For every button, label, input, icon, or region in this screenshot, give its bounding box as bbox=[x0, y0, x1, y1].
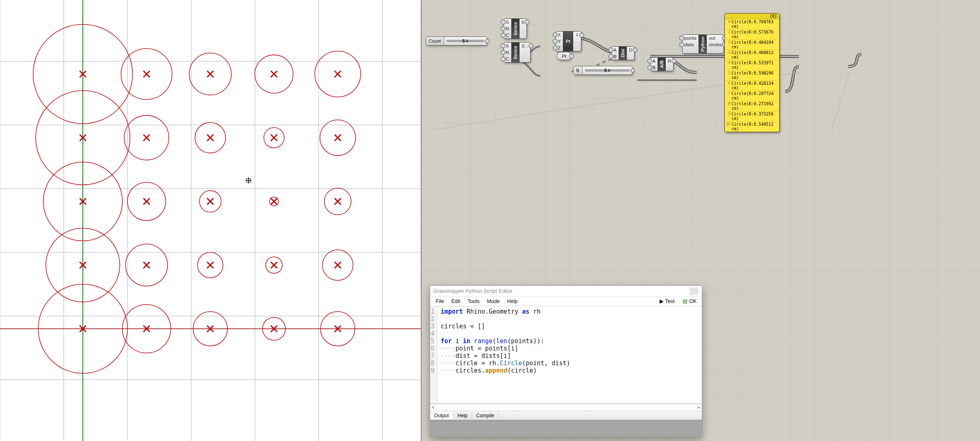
panel-row: 4Circle(R:0.533971 cm) bbox=[725, 60, 779, 70]
panel-row: 5Circle(R:0.598296 cm) bbox=[725, 70, 779, 81]
input-port-B[interactable]: B bbox=[651, 64, 658, 71]
menu-mode[interactable]: Mode bbox=[483, 298, 503, 305]
component-series-1[interactable]: SNCSeriesS bbox=[504, 18, 527, 39]
editor-bottom-tabs: OutputHelpCompile bbox=[430, 411, 702, 420]
param-point-attractor[interactable]: Pt bbox=[557, 52, 572, 60]
panel-header: {0} bbox=[725, 14, 779, 19]
slider-b[interactable]: B 5 ◊ bbox=[573, 66, 633, 75]
code-line[interactable]: for i in range(len(points)): bbox=[441, 337, 699, 345]
input-port-B[interactable]: B bbox=[612, 53, 619, 60]
code-line[interactable]: import Rhino.Geometry as rh bbox=[441, 308, 699, 315]
component-core: Dist bbox=[619, 47, 627, 60]
output-port-R[interactable]: R bbox=[666, 58, 673, 64]
panel-row: 1Circle(R:0.573676 cm) bbox=[725, 29, 779, 40]
bottom-tab-help[interactable]: Help bbox=[454, 412, 472, 419]
output-panel[interactable]: {0}0Circle(R:0.709763 cm)1Circle(R:0.573… bbox=[724, 13, 780, 132]
menu-file[interactable]: File bbox=[433, 298, 447, 305]
output-port-out[interactable]: out bbox=[707, 35, 724, 41]
input-port-A[interactable]: A bbox=[612, 47, 619, 53]
component-series-2[interactable]: SNCSeriesS ⬚ bbox=[504, 42, 531, 63]
input-port-N[interactable]: N bbox=[504, 49, 511, 56]
code-line[interactable]: ····point = points[i] bbox=[441, 345, 699, 352]
editor-menubar: FileEditToolsModeHelp ▶ Test ▨ OK bbox=[430, 296, 702, 306]
component-python[interactable]: pointsdistsPythonoutcircles bbox=[682, 34, 724, 54]
input-port-dists[interactable]: dists bbox=[683, 41, 699, 48]
python-editor-window[interactable]: Grasshopper Python Script Editor FileEdi… bbox=[430, 285, 702, 437]
panel-row: 3Circle(R:0.468812 cm) bbox=[725, 50, 779, 60]
panel-row: 9Circle(R:0.373256 cm) bbox=[725, 111, 779, 122]
panel-row: 6Circle(R:0.428134 cm) bbox=[725, 81, 779, 91]
bottom-tab-output[interactable]: Output bbox=[430, 412, 454, 419]
editor-output-pane bbox=[430, 420, 702, 436]
editor-titlebar[interactable]: Grasshopper Python Script Editor bbox=[430, 286, 702, 296]
output-port-result[interactable]: ⇩ bbox=[573, 32, 581, 38]
play-icon: ▶ bbox=[660, 298, 664, 304]
slider-count-label: Count bbox=[426, 37, 444, 45]
input-port-C[interactable]: C bbox=[504, 56, 511, 62]
code-line[interactable]: ····dist = dists[i] bbox=[441, 352, 699, 360]
component-core: Python bbox=[699, 35, 707, 53]
check-icon: ▨ bbox=[683, 298, 687, 304]
viewport-svg bbox=[0, 0, 421, 441]
component-division[interactable]: ABA/BR bbox=[650, 57, 674, 71]
editor-h-scrollbar[interactable]: <> bbox=[430, 404, 702, 411]
code-editor[interactable]: 123456789 import Rhino.Geometry as rh ci… bbox=[430, 306, 702, 404]
close-icon[interactable] bbox=[690, 287, 699, 295]
slider-b-label: B bbox=[574, 66, 583, 75]
output-port-D[interactable]: D bbox=[627, 47, 634, 53]
bottom-tab-compile[interactable]: Compile bbox=[472, 412, 499, 419]
component-core: Pt bbox=[563, 32, 573, 51]
panel-row: 2Circle(R:0.484194 cm) bbox=[725, 40, 779, 50]
menu-edit[interactable]: Edit bbox=[448, 298, 464, 305]
test-button[interactable]: ▶ Test bbox=[657, 297, 677, 305]
slider-grip-icon[interactable] bbox=[485, 39, 490, 43]
menu-help[interactable]: Help bbox=[504, 298, 521, 305]
output-port-circles[interactable]: circles bbox=[707, 41, 724, 48]
slider-grip-icon[interactable] bbox=[631, 68, 635, 73]
code-line[interactable]: circles = [] bbox=[441, 323, 699, 330]
component-core: Series bbox=[511, 19, 519, 38]
input-port-S[interactable]: S bbox=[504, 43, 511, 49]
component-core: Series bbox=[511, 43, 519, 62]
input-port-Y[interactable]: Y bbox=[556, 38, 563, 45]
component-construct-point[interactable]: XYZPt⇩ bbox=[556, 31, 581, 52]
input-port-Z[interactable]: Z bbox=[556, 45, 563, 51]
code-line[interactable]: ····circle = rh.Circle(point, dist) bbox=[441, 360, 699, 367]
grasshopper-canvas[interactable]: Count 5 ◊ SNCSeriesS SNCSeriesS ⬚ XYZPt⇩… bbox=[422, 0, 980, 441]
panel-row: 0Circle(R:0.709763 cm) bbox=[725, 19, 779, 29]
editor-title: Grasshopper Python Script Editor bbox=[433, 288, 513, 294]
input-port-N[interactable]: N bbox=[504, 25, 511, 32]
code-content[interactable]: import Rhino.Geometry as rh circles = []… bbox=[438, 306, 702, 403]
ok-button[interactable]: ▨ OK bbox=[680, 297, 699, 305]
input-port-A[interactable]: A bbox=[651, 58, 658, 64]
input-port-X[interactable]: X bbox=[556, 32, 563, 38]
input-port-S[interactable]: S bbox=[504, 19, 511, 25]
input-port-points[interactable]: points bbox=[683, 35, 699, 41]
rhino-viewport[interactable] bbox=[0, 0, 422, 441]
panel-row: 8Circle(R:0.271992 cm) bbox=[725, 101, 779, 111]
slider-count[interactable]: Count 5 ◊ bbox=[426, 36, 487, 45]
panel-row: 10Circle(R:0.540512 cm) bbox=[725, 122, 779, 132]
code-line[interactable]: ····circles.append(circle) bbox=[441, 367, 699, 374]
component-distance[interactable]: ABDistD bbox=[611, 46, 635, 60]
output-port-S[interactable]: S bbox=[519, 19, 526, 25]
input-port-C[interactable]: C bbox=[504, 32, 511, 38]
code-line[interactable] bbox=[441, 315, 699, 323]
code-line[interactable] bbox=[441, 330, 699, 337]
line-gutter: 123456789 bbox=[430, 306, 438, 403]
output-port-S[interactable]: S ⬚ bbox=[519, 43, 530, 49]
panel-row: 7Circle(R:0.297724 cm) bbox=[725, 91, 779, 101]
menu-tools[interactable]: Tools bbox=[464, 298, 483, 305]
component-core: A/B bbox=[658, 58, 666, 71]
